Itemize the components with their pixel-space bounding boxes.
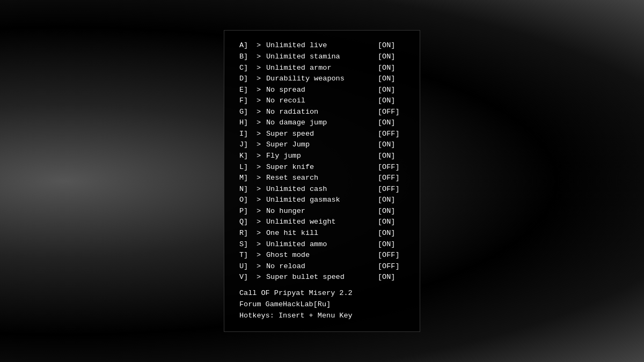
footer-line-1: Call OF Pripyat Misery 2.2 [239, 288, 405, 299]
menu-item-status: [OFF] [378, 184, 405, 195]
menu-item[interactable]: S] > Unlimited ammo[ON] [239, 239, 405, 250]
menu-item-status: [OFF] [378, 107, 405, 117]
menu-item-key: A] [239, 40, 257, 51]
menu-item[interactable]: M] > Reset search[OFF] [239, 173, 405, 183]
menu-item-label: Unlimited weight [266, 217, 374, 227]
menu-item-key: P] [239, 206, 257, 217]
menu-item-arrow: > [257, 51, 266, 62]
menu-item[interactable]: E] > No spread[ON] [239, 85, 405, 95]
menu-item-status: [ON] [378, 272, 405, 283]
menu-item[interactable]: P] > No hunger[ON] [239, 206, 405, 217]
menu-item-key: C] [239, 63, 257, 73]
menu-item-key: N] [239, 184, 257, 195]
menu-item[interactable]: Q] > Unlimited weight[ON] [239, 217, 405, 227]
menu-item-label: No hunger [266, 206, 374, 217]
menu-item-key: D] [239, 73, 257, 84]
menu-item-label: Unlimited armor [266, 63, 374, 73]
menu-item-status: [ON] [378, 63, 405, 73]
menu-item-status: [OFF] [378, 250, 405, 261]
menu-item-label: One hit kill [266, 228, 374, 239]
menu-item[interactable]: A] > Unlimited live[ON] [239, 40, 405, 51]
menu-item-status: [ON] [378, 151, 405, 161]
menu-item-key: T] [239, 250, 257, 261]
menu-item-arrow: > [257, 195, 266, 205]
menu-item-label: Unlimited stamina [266, 51, 374, 62]
menu-item[interactable]: I] > Super speed[OFF] [239, 129, 405, 139]
menu-item-key: H] [239, 117, 257, 128]
menu-item-label: No spread [266, 85, 374, 95]
menu-item[interactable]: R] > One hit kill[ON] [239, 228, 405, 239]
menu-item-key: J] [239, 139, 257, 150]
menu-item-key: Q] [239, 217, 257, 227]
menu-item-arrow: > [257, 117, 266, 128]
menu-item[interactable]: T] > Ghost mode[OFF] [239, 250, 405, 261]
menu-item-key: V] [239, 272, 257, 283]
menu-item-key: R] [239, 228, 257, 239]
menu-item-arrow: > [257, 107, 266, 117]
menu-item-label: No reload [266, 261, 374, 272]
menu-item[interactable]: V] > Super bullet speed[ON] [239, 272, 405, 283]
menu-item[interactable]: B] > Unlimited stamina[ON] [239, 51, 405, 62]
menu-item[interactable]: O] > Unlimited gasmask[ON] [239, 195, 405, 205]
menu-item-key: F] [239, 95, 257, 106]
menu-item[interactable]: C] > Unlimited armor[ON] [239, 63, 405, 73]
menu-item-status: [ON] [378, 239, 405, 250]
menu-item-arrow: > [257, 151, 266, 161]
menu-item[interactable]: N] > Unlimited cash[OFF] [239, 184, 405, 195]
menu-item[interactable]: J] > Super Jump[ON] [239, 139, 405, 150]
menu-item[interactable]: U] > No reload[OFF] [239, 261, 405, 272]
menu-item-key: M] [239, 173, 257, 183]
menu-item[interactable]: D] > Durability weapons[ON] [239, 73, 405, 84]
menu-item-arrow: > [257, 239, 266, 250]
menu-item-arrow: > [257, 139, 266, 150]
menu-item-status: [OFF] [378, 162, 405, 173]
menu-item-arrow: > [257, 162, 266, 173]
menu-item-arrow: > [257, 272, 266, 283]
menu-item-key: B] [239, 51, 257, 62]
menu-item-arrow: > [257, 95, 266, 106]
menu-item-arrow: > [257, 184, 266, 195]
menu-item[interactable]: G] > No radiation[OFF] [239, 107, 405, 117]
menu-item-status: [ON] [378, 85, 405, 95]
menu-item-label: No damage jump [266, 117, 374, 128]
menu-items-container: A] > Unlimited live[ON]B] > Unlimited st… [239, 40, 405, 282]
menu-item-status: [ON] [378, 206, 405, 217]
menu-item-key: U] [239, 261, 257, 272]
menu-item-status: [ON] [378, 217, 405, 227]
menu-item[interactable]: L] > Super knife[OFF] [239, 162, 405, 173]
menu-item[interactable]: F] > No recoil[ON] [239, 95, 405, 106]
menu-item-key: K] [239, 151, 257, 161]
menu-item-label: Unlimited live [266, 40, 374, 51]
background: A] > Unlimited live[ON]B] > Unlimited st… [0, 0, 644, 362]
footer: Call OF Pripyat Misery 2.2 Forum GameHac… [239, 288, 405, 322]
menu-panel: A] > Unlimited live[ON]B] > Unlimited st… [224, 30, 420, 331]
menu-item-status: [ON] [378, 40, 405, 51]
menu-item-label: Unlimited cash [266, 184, 374, 195]
menu-item-arrow: > [257, 63, 266, 73]
menu-item-status: [ON] [378, 139, 405, 150]
menu-item[interactable]: H] > No damage jump[ON] [239, 117, 405, 128]
menu-item-arrow: > [257, 250, 266, 261]
menu-item-status: [OFF] [378, 173, 405, 183]
menu-item-label: Unlimited gasmask [266, 195, 374, 205]
menu-item-label: Durability weapons [266, 73, 374, 84]
menu-item-label: No radiation [266, 107, 374, 117]
menu-item-label: Reset search [266, 173, 374, 183]
menu-item-arrow: > [257, 173, 266, 183]
menu-item-arrow: > [257, 217, 266, 227]
menu-item-key: G] [239, 107, 257, 117]
footer-line-2: Forum GameHackLab[Ru] [239, 299, 405, 311]
menu-item-arrow: > [257, 73, 266, 84]
menu-item-label: Fly jump [266, 151, 374, 161]
menu-item-arrow: > [257, 40, 266, 51]
menu-item-status: [ON] [378, 228, 405, 239]
menu-item-label: Super bullet speed [266, 272, 374, 283]
menu-item-status: [ON] [378, 51, 405, 62]
menu-item-arrow: > [257, 206, 266, 217]
menu-item-key: S] [239, 239, 257, 250]
menu-item-label: Ghost mode [266, 250, 374, 261]
menu-item-key: I] [239, 129, 257, 139]
menu-item-key: E] [239, 85, 257, 95]
menu-item[interactable]: K] > Fly jump[ON] [239, 151, 405, 161]
menu-item-status: [ON] [378, 195, 405, 205]
